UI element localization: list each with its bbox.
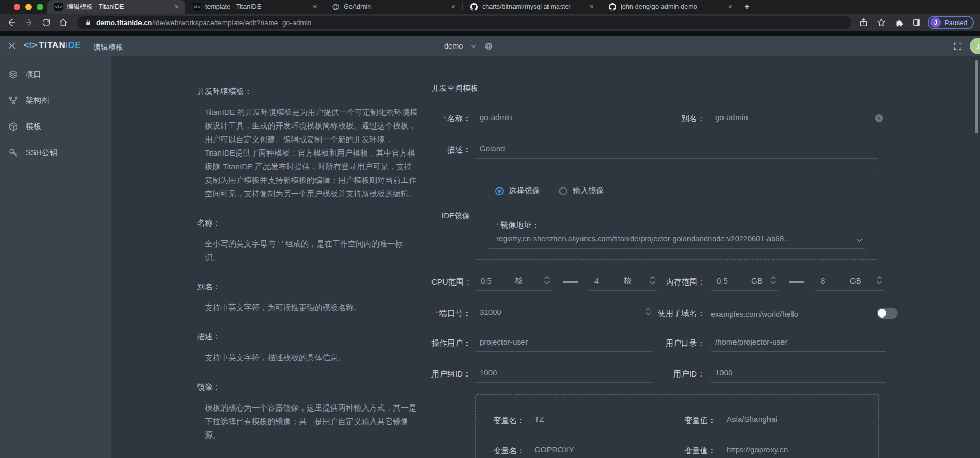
user-id-input[interactable]: 1000 [711, 365, 886, 383]
browser-tab-github-charts[interactable]: charts/bitnami/mysql at master × [462, 0, 601, 14]
side-panel-icon[interactable] [912, 18, 921, 27]
stepper-arrows[interactable] [544, 276, 550, 284]
scrollbar-thumb[interactable] [975, 60, 978, 133]
window-minimize-button[interactable] [25, 4, 32, 10]
reload-button[interactable] [40, 17, 52, 28]
var-name-label: 变量名： [476, 446, 524, 458]
sidebar-item-templates[interactable]: 模板 [0, 114, 111, 139]
memory-range-label: 内存范围： [657, 277, 705, 291]
radio-unselected-icon[interactable] [559, 187, 567, 195]
op-user-label: 操作用户： [431, 338, 471, 352]
github-favicon [470, 3, 478, 11]
close-icon[interactable] [7, 41, 16, 52]
window-zoom-button[interactable] [37, 4, 43, 10]
stepper-arrows[interactable] [650, 276, 655, 284]
tab-title: GoAdmin [344, 3, 446, 10]
key-icon [8, 148, 18, 158]
globe-favicon [331, 3, 340, 11]
group-id-label: 用户组ID： [431, 369, 471, 383]
profile-sync-paused-pill[interactable]: J Paused [928, 16, 974, 29]
browser-tab-edit-template[interactable]: <t> 编辑模板 - TitanIDE × [47, 0, 185, 14]
name-input[interactable]: go-admin [475, 110, 653, 127]
sidebar-item-ssh-keys[interactable]: SSH公钥 [0, 140, 111, 165]
var-value-label: 变量值： [671, 416, 716, 429]
var-value-input[interactable]: Asia/Shanghai [721, 412, 878, 429]
tab-title: template - TitanIDE [205, 3, 307, 10]
var-name-input[interactable]: GOPROXY [529, 442, 671, 458]
bookmark-star-icon[interactable] [877, 18, 886, 27]
cpu-min-input[interactable]: 0.5核 [475, 273, 552, 291]
var-value-label: 变量值： [671, 446, 716, 458]
memory-min-input[interactable]: 0.5GB [711, 273, 778, 291]
stepper-arrows[interactable] [771, 276, 776, 284]
user-dir-input[interactable]: /home/projector-user [711, 334, 886, 352]
layers-icon [8, 69, 18, 79]
sidebar-item-label: 模板 [26, 122, 41, 132]
template-help-panel: 开发环境模板： TitanIDE 的开发环境模板是为用户提供一个可定制化的环境模… [197, 56, 418, 458]
extensions-puzzle-icon[interactable] [894, 18, 904, 27]
clear-input-icon[interactable]: × [875, 114, 883, 122]
macos-window-controls [14, 0, 43, 14]
tab-close-icon[interactable]: × [588, 3, 596, 11]
address-bar[interactable]: demo.titanide.cn/ide/web/workspace/templ… [77, 16, 851, 29]
tab-close-icon[interactable]: × [450, 3, 457, 11]
port-input[interactable]: 31000 [475, 304, 653, 322]
var-name-label: 变量名： [476, 416, 524, 429]
radio-selected-icon[interactable] [495, 187, 504, 195]
fullscreen-icon[interactable] [953, 42, 962, 51]
op-user-input[interactable]: projector-user [475, 334, 653, 352]
doc-section-title: 别名： [197, 280, 418, 293]
radio-select-image[interactable]: 选择镜像 [495, 186, 540, 196]
var-value-input[interactable]: https://goproxy.cn [721, 442, 878, 458]
back-button[interactable] [6, 17, 17, 28]
browser-tab-github-demo[interactable]: john-deng/go-admin-demo × [601, 0, 739, 14]
range-dash [563, 281, 578, 283]
chevron-down-icon[interactable] [470, 43, 477, 50]
tab-close-icon[interactable]: × [727, 3, 734, 11]
doc-section-body: 支持中英文字符，描述模板的具体信息。 [197, 351, 418, 365]
group-id-input[interactable]: 1000 [475, 365, 653, 383]
workspace-template-form: 开发空间模板 名称： go-admin 别名： go-admin × 描述： G… [431, 56, 898, 458]
new-tab-button[interactable]: + [739, 0, 755, 14]
browser-tab-goadmin[interactable]: GoAdmin × [324, 0, 462, 14]
sidebar-item-architecture[interactable]: 架构图 [0, 88, 111, 113]
home-button[interactable] [57, 17, 69, 28]
doc-section-body: 模板的核心为一个容器镜像，这里提供两种输入方式，其一是下拉选择已有模板的镜像；其… [197, 401, 418, 442]
window-close-button[interactable] [14, 4, 20, 10]
description-input[interactable]: Goland [475, 141, 878, 159]
stepper-arrows[interactable] [646, 308, 651, 315]
alias-label: 别名： [653, 114, 705, 127]
workspace-selector[interactable]: demo [444, 42, 463, 50]
sidebar-item-label: 架构图 [26, 96, 49, 105]
share-icon[interactable] [859, 18, 868, 27]
user-avatar[interactable]: J [970, 38, 980, 54]
alias-input[interactable]: go-admin × [711, 110, 886, 127]
main-content: 开发环境模板： TitanIDE 的开发环境模板是为用户提供一个可定制化的环境模… [111, 56, 980, 458]
env-var-row: 变量名： GOPROXY 变量值： https://goproxy.cn [476, 442, 878, 458]
subdomain-toggle[interactable] [877, 308, 898, 319]
tab-title: 编辑模板 - TitanIDE [67, 3, 169, 11]
sidebar-item-projects[interactable]: 项目 [0, 62, 111, 87]
subdomain-label: 使用子域名： [653, 309, 705, 322]
browser-tab-template[interactable]: <t> template - TitanIDE × [185, 0, 324, 14]
memory-max-input[interactable]: 8GB [815, 273, 884, 291]
tab-close-icon[interactable]: × [173, 3, 180, 11]
doc-section-title: 镜像： [197, 380, 418, 394]
ide-image-group: 选择镜像 输入镜像 镜像地址： registry.cn-shenzhen.ali… [476, 169, 878, 260]
chevron-down-icon [856, 237, 863, 244]
cpu-range-label: CPU范围： [431, 277, 471, 291]
radio-input-image[interactable]: 输入镜像 [559, 186, 604, 196]
sidebar-item-label: 项目 [26, 69, 41, 79]
forward-button[interactable] [23, 17, 34, 28]
tab-close-icon[interactable]: × [311, 3, 319, 11]
port-label: 端口号： [431, 309, 471, 322]
cube-icon [8, 122, 18, 132]
browser-tabstrip: <t> 编辑模板 - TitanIDE × <t> template - Tit… [0, 0, 980, 14]
image-address-select[interactable]: registry.cn-shenzhen.aliyuncs.com/titani… [489, 232, 865, 249]
cpu-max-input[interactable]: 4核 [589, 273, 657, 291]
gear-icon[interactable] [484, 42, 493, 51]
page-title: 编辑模板 [93, 42, 123, 52]
stepper-arrows[interactable] [877, 276, 882, 284]
browser-toolbar: demo.titanide.cn/ide/web/workspace/templ… [0, 14, 980, 31]
var-name-input[interactable]: TZ [529, 412, 671, 429]
